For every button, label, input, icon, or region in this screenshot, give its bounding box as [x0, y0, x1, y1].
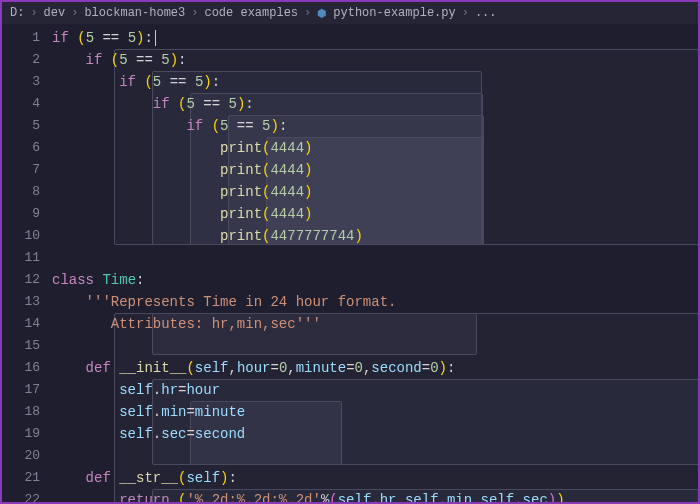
code-line[interactable]: Attributes: hr,min,sec''' — [52, 313, 698, 335]
code-line[interactable]: self.hr=hour — [52, 379, 698, 401]
code-line[interactable]: print(4444) — [52, 181, 698, 203]
chevron-right-icon: › — [304, 6, 311, 20]
code-line[interactable]: if (5 == 5): — [52, 49, 698, 71]
code-line[interactable]: if (5 == 5): — [52, 71, 698, 93]
line-number: 15 — [2, 335, 40, 357]
code-line[interactable]: return ('%.2d:%.2d:%.2d'%(self.hr,self.m… — [52, 489, 698, 504]
chevron-right-icon: › — [30, 6, 37, 20]
line-number-gutter: 1 2 3 4 5 6 7 8 9 10 11 12 13 14 15 16 1… — [2, 24, 52, 502]
line-number: 1 — [2, 27, 40, 49]
chevron-right-icon: › — [191, 6, 198, 20]
code-line[interactable]: '''Represents Time in 24 hour format. — [52, 291, 698, 313]
breadcrumb-file[interactable]: python-example.py — [333, 6, 455, 20]
line-number: 3 — [2, 71, 40, 93]
line-number: 10 — [2, 225, 40, 247]
line-number: 19 — [2, 423, 40, 445]
breadcrumb-drive[interactable]: D: — [10, 6, 24, 20]
line-number: 16 — [2, 357, 40, 379]
breadcrumb[interactable]: D: › dev › blockman-home3 › code example… — [2, 2, 698, 24]
breadcrumb-item[interactable]: blockman-home3 — [84, 6, 185, 20]
code-line[interactable]: def __str__(self): — [52, 467, 698, 489]
code-line[interactable] — [52, 247, 698, 269]
line-number: 6 — [2, 137, 40, 159]
line-number: 20 — [2, 445, 40, 467]
line-number: 13 — [2, 291, 40, 313]
line-number: 11 — [2, 247, 40, 269]
line-number: 22 — [2, 489, 40, 504]
code-line[interactable]: print(4444) — [52, 159, 698, 181]
line-number: 5 — [2, 115, 40, 137]
code-editor[interactable]: 1 2 3 4 5 6 7 8 9 10 11 12 13 14 15 16 1… — [2, 24, 698, 502]
code-line[interactable] — [52, 445, 698, 467]
code-line[interactable]: if (5 == 5): — [52, 27, 698, 49]
breadcrumb-item[interactable]: code examples — [204, 6, 298, 20]
line-number: 4 — [2, 93, 40, 115]
code-line[interactable]: print(4477777744) — [52, 225, 698, 247]
code-area[interactable]: if (5 == 5): if (5 == 5): if (5 == 5): i… — [52, 24, 698, 502]
code-line[interactable]: def __init__(self,hour=0,minute=0,second… — [52, 357, 698, 379]
code-line[interactable]: if (5 == 5): — [52, 115, 698, 137]
line-number: 2 — [2, 49, 40, 71]
chevron-right-icon: › — [71, 6, 78, 20]
line-number: 7 — [2, 159, 40, 181]
text-cursor — [155, 30, 156, 46]
line-number: 8 — [2, 181, 40, 203]
code-line[interactable]: if (5 == 5): — [52, 93, 698, 115]
line-number: 18 — [2, 401, 40, 423]
breadcrumb-tail[interactable]: ... — [475, 6, 497, 20]
code-line[interactable]: print(4444) — [52, 137, 698, 159]
python-file-icon: ⬢ — [317, 7, 327, 20]
breadcrumb-item[interactable]: dev — [44, 6, 66, 20]
line-number: 12 — [2, 269, 40, 291]
line-number: 9 — [2, 203, 40, 225]
code-line[interactable]: class Time: — [52, 269, 698, 291]
code-line[interactable] — [52, 335, 698, 357]
line-number: 17 — [2, 379, 40, 401]
line-number: 21 — [2, 467, 40, 489]
chevron-right-icon: › — [462, 6, 469, 20]
code-line[interactable]: print(4444) — [52, 203, 698, 225]
code-line[interactable]: self.min=minute — [52, 401, 698, 423]
code-line[interactable]: self.sec=second — [52, 423, 698, 445]
line-number: 14 — [2, 313, 40, 335]
